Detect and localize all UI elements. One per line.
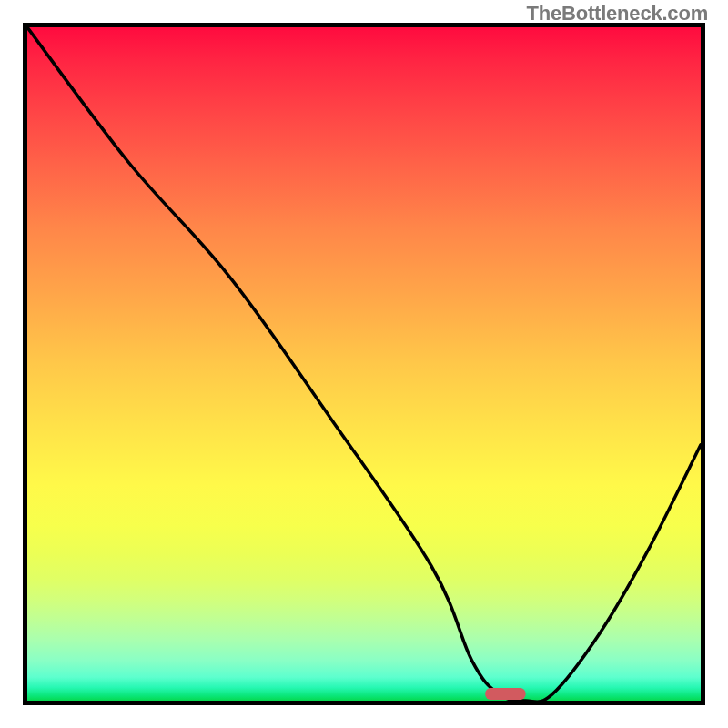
optimal-marker bbox=[485, 688, 525, 700]
chart-frame bbox=[23, 23, 705, 705]
chart-svg bbox=[27, 27, 701, 701]
bottleneck-curve bbox=[27, 27, 701, 701]
